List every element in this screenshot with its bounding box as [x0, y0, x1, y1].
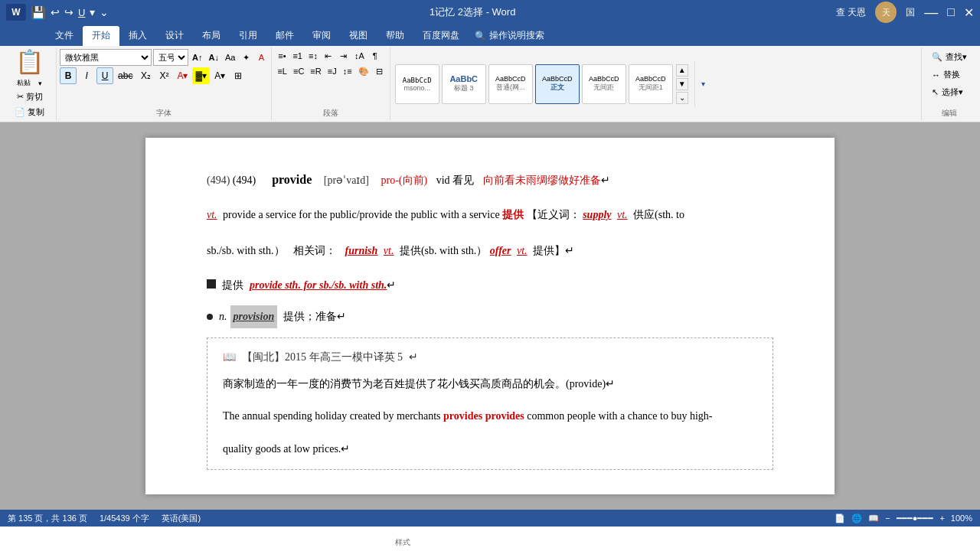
- select-btn[interactable]: ↖ 选择▾: [928, 84, 971, 100]
- zoom-slider[interactable]: ━━━●━━━: [897, 514, 934, 523]
- example-eng1: The annual spending holiday created by m…: [223, 410, 441, 422]
- tab-help[interactable]: 帮助: [377, 26, 413, 46]
- supply-vt: vt.: [617, 209, 628, 220]
- zoom-in-btn[interactable]: +: [939, 514, 944, 523]
- bullet2-label: n.: [219, 307, 227, 328]
- statusbar: 第 135 页，共 136 页 1/45439 个字 英语(美国) 📄 🌐 📖 …: [0, 510, 980, 527]
- provide-meaning: 提供: [502, 209, 524, 220]
- quick-save-btn[interactable]: 💾: [31, 5, 46, 20]
- tab-references[interactable]: 引用: [230, 26, 266, 46]
- editing-group-label: 编辑: [928, 106, 971, 119]
- style-down-btn[interactable]: ▼: [676, 78, 688, 90]
- tab-insert[interactable]: 插入: [119, 26, 156, 46]
- grow-font-btn[interactable]: A↑: [190, 51, 204, 64]
- vt-label: vt.: [207, 209, 217, 220]
- bullet1-example: provide sth. for sb./sb. with sth.: [250, 276, 387, 296]
- entry-morpheme3: 向前看未雨绸缪做好准备: [483, 174, 601, 186]
- find-icon: 🔍: [932, 52, 942, 62]
- style-normal[interactable]: AaBbCcD 普通(网...: [488, 64, 533, 104]
- strikethrough-btn[interactable]: abc: [115, 67, 136, 84]
- document-page: (494) (494) provide [prəˈvaɪd] pro-(向前) …: [145, 138, 835, 494]
- underline-btn[interactable]: U: [96, 67, 113, 84]
- tab-mailings[interactable]: 邮件: [266, 26, 303, 46]
- customize-btn[interactable]: ▾: [90, 6, 95, 18]
- minimize-btn[interactable]: —: [924, 5, 938, 21]
- close-btn[interactable]: ✕: [964, 5, 974, 20]
- increase-indent-btn[interactable]: ⇥: [337, 49, 351, 63]
- tab-review[interactable]: 审阅: [303, 26, 340, 46]
- copy-btn[interactable]: 📄 复制: [9, 105, 50, 119]
- bullet-square-icon: [207, 279, 216, 289]
- undo-btn[interactable]: ↩: [51, 6, 60, 18]
- share-btn[interactable]: 国: [906, 6, 915, 19]
- supply-word: supply: [583, 209, 611, 220]
- tab-layout[interactable]: 布局: [193, 26, 230, 46]
- offer-word: offer: [490, 245, 511, 256]
- style-h3[interactable]: AaBbC 标题 3: [442, 64, 486, 104]
- statusbar-right: 📄 🌐 📖 − ━━━●━━━ + 100%: [835, 514, 972, 523]
- bold-btn[interactable]: B: [60, 67, 77, 84]
- text-effect-btn[interactable]: A: [254, 51, 268, 64]
- view-read-icon[interactable]: 📖: [868, 514, 879, 523]
- shading-btn[interactable]: 🎨: [356, 64, 371, 78]
- zoom-out-btn[interactable]: −: [885, 514, 890, 523]
- line-spacing-btn[interactable]: ↕≡: [341, 64, 354, 78]
- justify-btn[interactable]: ≡J: [325, 64, 339, 78]
- view-print-icon[interactable]: 📄: [835, 514, 845, 523]
- tab-search[interactable]: 🔍 操作说明搜索: [469, 26, 550, 46]
- find-btn[interactable]: 🔍 查找▾: [928, 49, 971, 65]
- border-para-btn[interactable]: ⊟: [373, 64, 387, 78]
- replace-btn[interactable]: ↔ 替换: [928, 67, 971, 83]
- cut-btn[interactable]: ✂ 剪切: [9, 90, 50, 103]
- view-web-icon[interactable]: 🌐: [851, 514, 862, 523]
- style-up-btn[interactable]: ▲: [676, 64, 688, 77]
- align-left-btn[interactable]: ≡L: [275, 64, 289, 78]
- bullet-round-icon: [207, 314, 213, 320]
- tab-view[interactable]: 视图: [340, 26, 377, 46]
- select-icon: ↖: [932, 87, 939, 97]
- highlight-dropdown[interactable]: ▓▾: [192, 67, 210, 84]
- style-no-space[interactable]: AaBbCcD 无间距: [582, 64, 626, 104]
- paste-dropdown-btn[interactable]: ▾: [35, 77, 45, 90]
- tab-baidu[interactable]: 百度网盘: [413, 26, 469, 46]
- paste-btn[interactable]: 粘贴: [14, 77, 34, 90]
- sort-btn[interactable]: ↕A: [352, 49, 367, 63]
- font-color-btn[interactable]: A▾: [211, 67, 228, 84]
- border-btn[interactable]: ⊞: [230, 67, 247, 84]
- subscript-btn[interactable]: X₂: [137, 67, 154, 84]
- more-btn[interactable]: ⌄: [100, 6, 109, 18]
- bullet1-line: 提供 provide sth. for sb./sb. with sth.↵: [207, 276, 773, 296]
- font-size-select[interactable]: 五号: [153, 49, 188, 66]
- redo-btn[interactable]: ↪: [64, 6, 74, 18]
- zoom-level: 100%: [951, 514, 972, 523]
- numbering-btn[interactable]: ≡1: [290, 49, 305, 63]
- italic-btn[interactable]: I: [78, 67, 95, 84]
- style-msono[interactable]: AaBbCcD msonо...: [395, 64, 439, 104]
- restore-btn[interactable]: □: [947, 5, 955, 19]
- statusbar-left: 第 135 页，共 136 页 1/45439 个字 英语(美国): [8, 513, 201, 524]
- superscript-btn[interactable]: X²: [155, 67, 172, 84]
- show-marks-btn[interactable]: ¶: [368, 49, 382, 63]
- underline-quick-btn[interactable]: U: [78, 7, 85, 18]
- text-color-dropdown[interactable]: A▾: [174, 67, 191, 84]
- decrease-indent-btn[interactable]: ⇤: [322, 49, 335, 63]
- tab-home[interactable]: 开始: [83, 26, 119, 46]
- example-eng2: common people with a chance to buy high-: [527, 410, 712, 422]
- tab-design[interactable]: 设计: [156, 26, 193, 46]
- bullets-btn[interactable]: ≡•: [275, 49, 289, 63]
- style-body[interactable]: AaBbCcD 正文: [535, 64, 580, 104]
- change-case-btn[interactable]: Aa: [223, 51, 237, 64]
- styles-expand-btn[interactable]: ▾: [701, 80, 705, 88]
- multilevel-list-btn[interactable]: ≡↕: [306, 49, 320, 63]
- align-right-btn[interactable]: ≡R: [308, 64, 323, 78]
- style-no-space1[interactable]: AaBbCcD 无间距1: [629, 64, 673, 104]
- align-center-btn[interactable]: ≡C: [291, 64, 306, 78]
- bullet2-meaning: 提供；准备↵: [283, 307, 346, 328]
- clear-format-btn[interactable]: ✦: [239, 51, 253, 64]
- shrink-font-btn[interactable]: A↓: [207, 51, 221, 64]
- book-icon: 📖: [223, 347, 236, 368]
- document-area[interactable]: (494) (494) provide [prəˈvaɪd] pro-(向前) …: [0, 122, 980, 510]
- tab-file[interactable]: 文件: [46, 26, 83, 46]
- style-more-btn[interactable]: ⌄: [676, 92, 688, 104]
- font-name-select[interactable]: 微软雅黑: [60, 49, 152, 66]
